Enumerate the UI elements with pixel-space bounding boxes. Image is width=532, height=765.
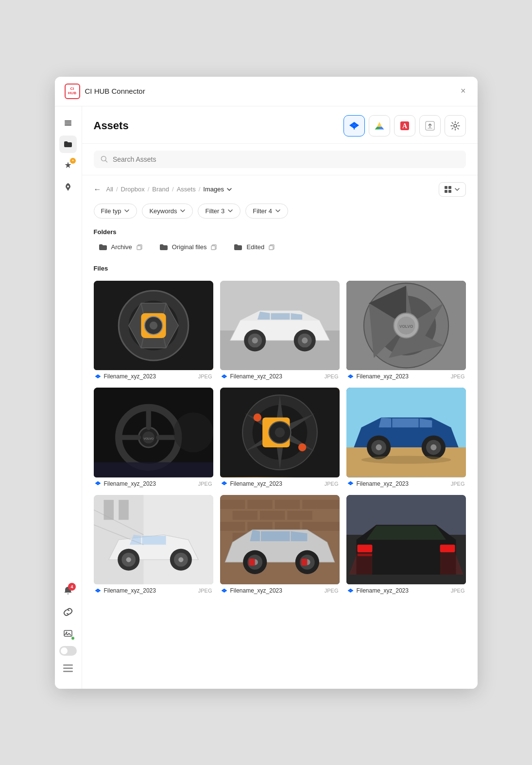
chevron-down-icon	[226, 186, 233, 193]
main-layout: + 4	[55, 106, 478, 689]
filters-row: File typ Keywords Filter 3	[82, 202, 478, 225]
online-indicator	[71, 636, 75, 640]
file-thumb-6	[346, 388, 466, 477]
svg-text:VOLVO: VOLVO	[399, 324, 413, 329]
filter-3-button[interactable]: Filter 3	[198, 204, 240, 219]
svg-rect-79	[247, 500, 272, 509]
file-thumb-2	[220, 281, 340, 371]
svg-text:A: A	[402, 122, 407, 130]
bell-badge: 4	[68, 583, 76, 591]
app-title: CI HUB Connector	[85, 87, 145, 95]
filter4-chevron-icon	[275, 208, 281, 214]
sparkle-icon[interactable]: +	[59, 157, 77, 174]
svg-rect-80	[275, 500, 299, 509]
upload-button[interactable]	[419, 115, 441, 136]
file-meta-4: Filename_xyz_2023 JPEG	[94, 477, 213, 488]
svg-rect-6	[63, 664, 73, 666]
svg-rect-103	[357, 544, 372, 552]
file-card-6[interactable]: Filename_xyz_2023 JPEG	[346, 388, 466, 488]
dropbox-meta-icon-5	[221, 480, 227, 487]
file-type-filter[interactable]: File typ	[94, 204, 137, 219]
view-toggle-button[interactable]	[439, 182, 466, 197]
file-card-5[interactable]: Filename_xyz_2023 JPEG	[220, 388, 340, 488]
svg-point-28	[149, 322, 157, 329]
files-grid: Filename_xyz_2023 JPEG	[94, 281, 466, 595]
breadcrumb-row: ← All / Dropbox / Brand / Assets / Image…	[82, 175, 478, 202]
file-card-7[interactable]: Filename_xyz_2023 JPEG	[94, 495, 213, 595]
svg-point-14	[454, 124, 457, 127]
toggle-switch[interactable]	[59, 646, 77, 656]
breadcrumb-assets[interactable]: Assets	[177, 186, 196, 193]
folder-archive-icon	[99, 243, 107, 251]
file-card-8[interactable]: Filename_xyz_2023 JPEG	[220, 495, 340, 595]
keywords-filter[interactable]: Keywords	[142, 204, 193, 219]
svg-rect-85	[220, 522, 245, 530]
breadcrumb-sep-4: /	[199, 186, 201, 193]
page-title: Assets	[94, 119, 129, 132]
svg-rect-99	[301, 559, 307, 565]
breadcrumb-sep-3: /	[172, 186, 174, 193]
folder-original-files[interactable]: Original files	[154, 240, 223, 254]
dropbox-meta-icon-3	[347, 374, 354, 380]
search-icon	[101, 155, 108, 163]
link-icon[interactable]	[59, 603, 77, 621]
file-meta-9: Filename_xyz_2023 JPEG	[346, 584, 466, 595]
file-card-2[interactable]: Filename_xyz_2023 JPEG	[220, 281, 340, 381]
back-button[interactable]: ←	[94, 185, 102, 194]
dropbox-meta-icon-4	[95, 480, 101, 487]
file-card-9[interactable]: Filename_xyz_2023 JPEG	[346, 495, 466, 595]
layers-icon[interactable]	[59, 114, 77, 132]
breadcrumb-dropbox[interactable]: Dropbox	[121, 186, 145, 193]
settings-button[interactable]	[445, 115, 466, 136]
google-drive-button[interactable]	[369, 115, 390, 136]
dropbox-meta-icon-9	[347, 588, 354, 594]
svg-rect-83	[260, 510, 285, 519]
file-meta-1: Filename_xyz_2023 JPEG	[94, 370, 213, 381]
svg-point-73	[126, 557, 131, 562]
file-meta-5: Filename_xyz_2023 JPEG	[220, 477, 340, 488]
rocket-icon[interactable]	[59, 178, 77, 196]
svg-point-56	[253, 413, 261, 421]
title-bar-left: CIHUB CI HUB Connector	[65, 84, 145, 99]
folders-row: Archive Original files	[82, 240, 478, 262]
file-card-1[interactable]: Filename_xyz_2023 JPEG	[94, 281, 213, 381]
folder-edited[interactable]: Edited	[229, 240, 280, 254]
file-meta-6: Filename_xyz_2023 JPEG	[346, 477, 466, 488]
dropbox-meta-icon-1	[95, 374, 101, 380]
folder-nav-icon[interactable]	[59, 136, 77, 153]
breadcrumb-all[interactable]: All	[106, 186, 113, 193]
svg-rect-19	[448, 190, 451, 193]
svg-rect-81	[302, 500, 340, 509]
bell-icon[interactable]: 4	[59, 582, 77, 599]
acrobat-button[interactable]: A	[394, 115, 415, 136]
svg-point-55	[275, 427, 285, 438]
close-button[interactable]: ×	[459, 84, 468, 98]
svg-rect-87	[275, 522, 299, 530]
filter-4-button[interactable]: Filter 4	[245, 204, 288, 219]
svg-rect-70	[119, 500, 129, 520]
svg-rect-16	[445, 186, 447, 189]
dropbox-button[interactable]	[343, 115, 365, 136]
app-window: CIHUB CI HUB Connector ×	[55, 77, 478, 689]
file-card-4[interactable]: VOLVO	[94, 388, 213, 488]
breadcrumb-brand[interactable]: Brand	[152, 186, 169, 193]
svg-rect-48	[94, 462, 213, 477]
svg-rect-20	[137, 246, 141, 250]
search-input[interactable]	[113, 155, 459, 163]
svg-rect-82	[232, 510, 257, 519]
hamburger-menu-icon[interactable]	[59, 660, 77, 677]
file-type-chevron-icon	[124, 208, 130, 214]
svg-rect-22	[269, 246, 273, 250]
svg-rect-8	[63, 671, 73, 672]
folder-archive-copy-icon	[136, 244, 143, 251]
dropbox-meta-icon-7	[95, 588, 101, 594]
svg-rect-18	[445, 190, 447, 193]
breadcrumb-current[interactable]: Images	[203, 186, 233, 193]
file-card-3[interactable]: VOLVO Filename_xyz_2023 JPEG	[346, 281, 466, 381]
svg-rect-86	[247, 522, 272, 530]
breadcrumb-sep-2: /	[148, 186, 150, 193]
folder-archive[interactable]: Archive	[94, 240, 148, 254]
header-actions: A	[343, 115, 466, 136]
image-icon[interactable]	[59, 625, 77, 642]
view-chevron-icon	[454, 186, 461, 193]
